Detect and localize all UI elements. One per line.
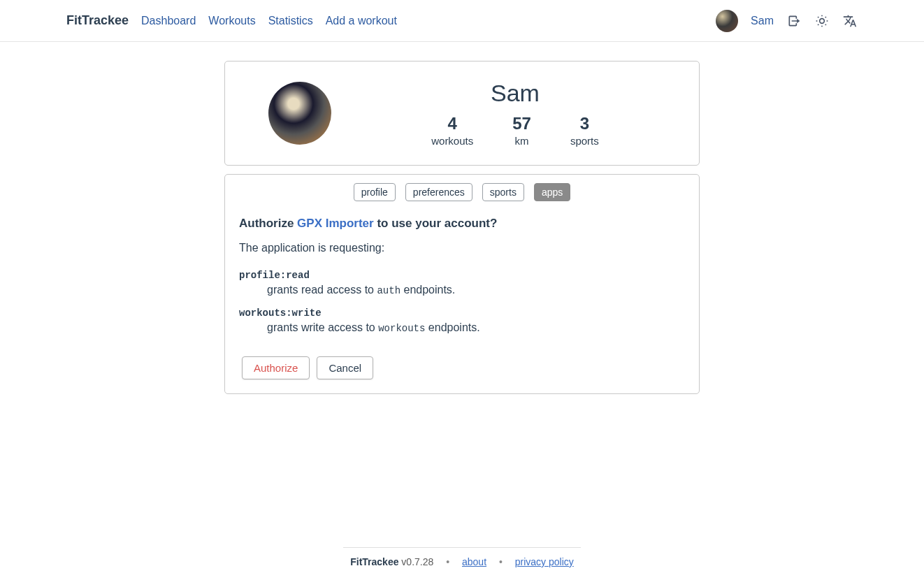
main-container: Sam 4 workouts 57 km 3 sports profile pr: [224, 61, 700, 394]
svg-line-4: [825, 24, 826, 24]
profile-stats: 4 workouts 57 km 3 sports: [431, 114, 599, 147]
tab-sports[interactable]: sports: [482, 183, 524, 201]
tab-apps[interactable]: apps: [534, 183, 570, 201]
auth-heading-prefix: Authorize: [239, 217, 297, 230]
header-right: Sam: [716, 10, 858, 32]
profile-name: Sam: [491, 80, 540, 107]
header-left: FitTrackee Dashboard Workouts Statistics…: [66, 13, 397, 28]
svg-point-0: [820, 18, 825, 23]
footer-separator: •: [446, 556, 449, 567]
user-menu-link[interactable]: Sam: [751, 15, 774, 27]
svg-line-3: [818, 17, 818, 17]
scope-item: workouts:write grants write access to wo…: [239, 307, 685, 334]
app-header: FitTrackee Dashboard Workouts Statistics…: [0, 0, 924, 42]
stat-km-value: 57: [512, 114, 531, 133]
stat-sports: 3 sports: [570, 114, 599, 147]
auth-button-row: Authorize Cancel: [242, 356, 685, 379]
scope-description: grants read access to auth endpoints.: [267, 284, 685, 296]
brand-logo[interactable]: FitTrackee: [66, 13, 129, 28]
cancel-button[interactable]: Cancel: [317, 356, 373, 379]
auth-heading-suffix: to use your account?: [374, 217, 498, 230]
scope-name: profile:read: [239, 270, 685, 281]
footer-version: v0.7.28: [398, 556, 433, 567]
tab-preferences[interactable]: preferences: [405, 183, 472, 201]
nav-statistics[interactable]: Statistics: [268, 15, 313, 27]
footer-privacy-link[interactable]: privacy policy: [515, 556, 574, 567]
scope-item: profile:read grants read access to auth …: [239, 270, 685, 296]
footer-separator: •: [499, 556, 503, 567]
footer-inner: FitTrackee v0.7.28 • about • privacy pol…: [343, 547, 581, 567]
footer-about-link[interactable]: about: [462, 556, 486, 567]
theme-toggle-icon[interactable]: [814, 13, 830, 29]
scope-name: workouts:write: [239, 307, 685, 319]
tab-profile[interactable]: profile: [354, 183, 396, 201]
logout-icon[interactable]: [786, 13, 802, 29]
language-icon[interactable]: [842, 13, 858, 29]
stat-km-label: km: [512, 135, 531, 147]
svg-line-8: [825, 17, 826, 17]
scope-description: grants write access to workouts endpoint…: [267, 321, 685, 334]
stat-sports-value: 3: [570, 114, 599, 133]
svg-line-7: [818, 24, 818, 24]
stat-workouts-label: workouts: [431, 135, 473, 147]
profile-tabs: profile preferences sports apps: [239, 183, 685, 201]
auth-app-name-link[interactable]: GPX Importer: [297, 217, 374, 230]
user-avatar-large: [268, 82, 331, 145]
auth-card: profile preferences sports apps Authoriz…: [224, 174, 700, 394]
auth-heading: Authorize GPX Importer to use your accou…: [239, 217, 685, 231]
profile-info: Sam 4 workouts 57 km 3 sports: [359, 80, 671, 147]
authorize-button[interactable]: Authorize: [242, 356, 310, 379]
stat-workouts-value: 4: [431, 114, 473, 133]
auth-requesting-text: The application is requesting:: [239, 242, 685, 254]
stat-sports-label: sports: [570, 135, 599, 147]
stat-workouts: 4 workouts: [431, 114, 473, 147]
nav-workouts[interactable]: Workouts: [208, 15, 255, 27]
user-avatar-small[interactable]: [716, 10, 738, 32]
nav-dashboard[interactable]: Dashboard: [141, 15, 196, 27]
nav-add-workout[interactable]: Add a workout: [326, 15, 397, 27]
footer: FitTrackee v0.7.28 • about • privacy pol…: [0, 547, 924, 567]
profile-summary-card: Sam 4 workouts 57 km 3 sports: [224, 61, 700, 166]
footer-brand: FitTrackee: [350, 556, 398, 567]
stat-km: 57 km: [512, 114, 531, 147]
